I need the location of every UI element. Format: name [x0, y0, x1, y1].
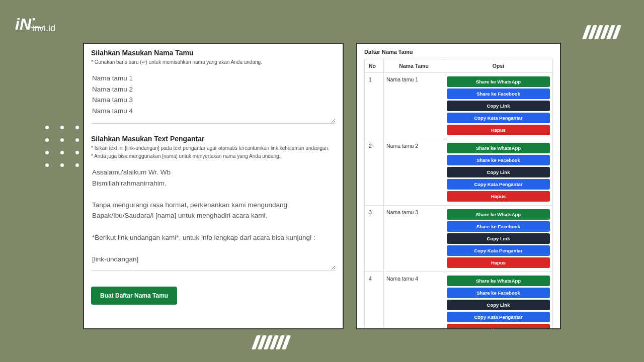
- dots-decoration-icon: [45, 126, 82, 167]
- share-whatsapp-button[interactable]: Share ke WhatsApp: [447, 143, 550, 153]
- cell-name: Nama tamu 3: [384, 206, 444, 272]
- intro-text-input[interactable]: [91, 165, 336, 270]
- copy-intro-button[interactable]: Copy Kata Pengantar: [447, 113, 550, 123]
- guests-note: * Gunakan baris baru (↵) untuk memisahka…: [91, 59, 336, 66]
- cell-opsi: Share ke WhatsAppShare ke FacebookCopy L…: [444, 73, 553, 139]
- copy-link-button[interactable]: Copy Link: [447, 233, 550, 244]
- cell-name: Nama tamu 4: [384, 272, 444, 330]
- guest-table: No Nama Tamu Opsi 1Nama tamu 1Share ke W…: [364, 59, 553, 329]
- cell-name: Nama tamu 2: [384, 139, 444, 206]
- share-facebook-button[interactable]: Share ke Facebook: [447, 155, 550, 165]
- guest-names-input[interactable]: [91, 71, 336, 124]
- create-guest-list-button[interactable]: Buat Daftar Nama Tamu: [91, 287, 177, 305]
- delete-button[interactable]: Hapus: [447, 125, 550, 135]
- brand-logo: iN♥invi.id: [15, 15, 55, 34]
- guest-table-title: Daftar Nama Tamu: [364, 49, 553, 55]
- cell-opsi: Share ke WhatsAppShare ke FacebookCopy L…: [444, 139, 553, 206]
- table-row: 3Nama tamu 3Share ke WhatsAppShare ke Fa…: [365, 206, 553, 272]
- guests-title: Silahkan Masukan Nama Tamu: [91, 49, 336, 57]
- share-facebook-button[interactable]: Share ke Facebook: [447, 288, 550, 298]
- cell-no: 4: [365, 272, 384, 330]
- copy-link-button[interactable]: Copy Link: [447, 167, 550, 177]
- col-name: Nama Tamu: [384, 59, 444, 73]
- delete-button[interactable]: Hapus: [447, 324, 550, 329]
- copy-link-button[interactable]: Copy Link: [447, 101, 550, 111]
- cell-opsi: Share ke WhatsAppShare ke FacebookCopy L…: [444, 272, 553, 330]
- guest-table-panel: Daftar Nama Tamu No Nama Tamu Opsi 1Nama…: [356, 43, 561, 329]
- intro-note2: * Anda juga bisa menggunakan [nama] untu…: [91, 153, 336, 160]
- cell-no: 3: [365, 206, 384, 272]
- share-facebook-button[interactable]: Share ke Facebook: [447, 88, 550, 99]
- input-panel: Silahkan Masukan Nama Tamu * Gunakan bar…: [83, 43, 344, 329]
- slashes-decoration-icon: [254, 335, 288, 349]
- share-whatsapp-button[interactable]: Share ke WhatsApp: [447, 209, 550, 220]
- share-whatsapp-button[interactable]: Share ke WhatsApp: [447, 276, 550, 286]
- cell-no: 2: [365, 139, 384, 206]
- share-facebook-button[interactable]: Share ke Facebook: [447, 221, 550, 232]
- copy-link-button[interactable]: Copy Link: [447, 300, 550, 310]
- copy-intro-button[interactable]: Copy Kata Pengantar: [447, 312, 550, 322]
- cell-name: Nama tamu 1: [384, 73, 444, 139]
- delete-button[interactable]: Hapus: [447, 257, 550, 268]
- share-whatsapp-button[interactable]: Share ke WhatsApp: [447, 76, 550, 87]
- intro-note1: * Isikan text ini [link-undangan] pada t…: [91, 145, 336, 152]
- cell-opsi: Share ke WhatsAppShare ke FacebookCopy L…: [444, 206, 553, 272]
- table-row: 4Nama tamu 4Share ke WhatsAppShare ke Fa…: [365, 272, 553, 330]
- col-opsi: Opsi: [444, 59, 553, 73]
- copy-intro-button[interactable]: Copy Kata Pengantar: [447, 245, 550, 256]
- table-row: 1Nama tamu 1Share ke WhatsAppShare ke Fa…: [365, 73, 553, 139]
- copy-intro-button[interactable]: Copy Kata Pengantar: [447, 179, 550, 190]
- slashes-decoration-icon: [585, 25, 619, 39]
- delete-button[interactable]: Hapus: [447, 191, 550, 202]
- table-row: 2Nama tamu 2Share ke WhatsAppShare ke Fa…: [365, 139, 553, 206]
- col-no: No: [365, 59, 384, 73]
- intro-title: Silahkan Masukan Text Pengantar: [91, 135, 336, 143]
- cell-no: 1: [365, 73, 384, 139]
